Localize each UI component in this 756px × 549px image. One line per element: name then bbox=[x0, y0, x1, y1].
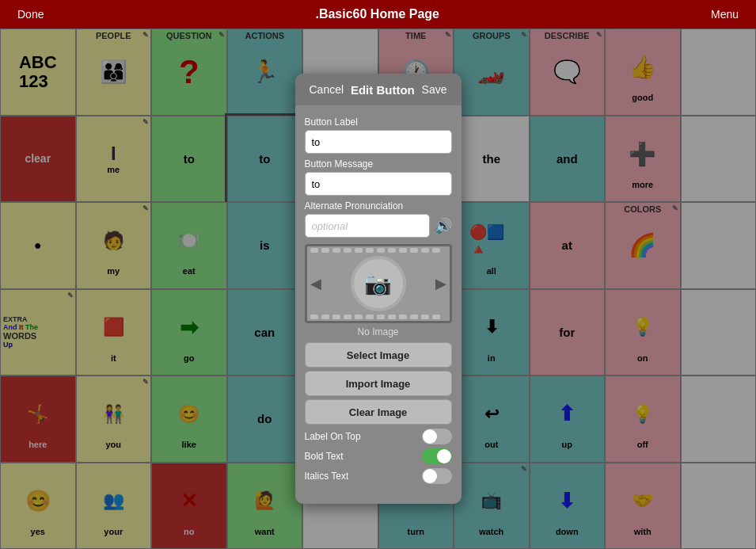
clear-image-button[interactable]: Clear Image bbox=[305, 399, 452, 425]
toggle-knob bbox=[423, 429, 437, 444]
select-image-button[interactable]: Select Image bbox=[305, 342, 452, 368]
perf-hole bbox=[321, 315, 329, 319]
label-on-top-toggle[interactable] bbox=[422, 429, 452, 444]
image-filmstrip: ◀ 📷 ▶ bbox=[305, 244, 452, 323]
done-button[interactable]: Done bbox=[13, 6, 48, 22]
modal-title: Edit Button bbox=[348, 83, 416, 97]
bold-text-label: Bold Text bbox=[305, 451, 344, 462]
perf-hole bbox=[377, 315, 385, 319]
label-on-top-row: Label On Top bbox=[305, 429, 452, 444]
perf-hole bbox=[399, 315, 407, 319]
perf-hole bbox=[344, 248, 351, 253]
perf-hole bbox=[355, 248, 363, 253]
bold-text-row: Bold Text bbox=[305, 448, 452, 464]
modal-overlay: Cancel Edit Button Save Button Label But… bbox=[0, 29, 756, 549]
film-perforations-top bbox=[307, 246, 450, 254]
perf-hole bbox=[377, 248, 385, 253]
top-bar: Done .Basic60 Home Page Menu bbox=[0, 0, 756, 29]
perf-hole bbox=[432, 315, 440, 319]
perf-hole bbox=[432, 248, 440, 253]
toggle-knob bbox=[423, 469, 437, 483]
label-on-top-label: Label On Top bbox=[305, 431, 361, 442]
speaker-icon[interactable]: 🔊 bbox=[435, 217, 452, 234]
prev-image-arrow[interactable]: ◀ bbox=[310, 275, 321, 292]
pronunciation-row: 🔊 bbox=[305, 214, 452, 238]
perf-hole bbox=[310, 315, 318, 319]
perf-hole bbox=[421, 315, 429, 319]
italics-text-label: Italics Text bbox=[305, 471, 349, 482]
save-button[interactable]: Save bbox=[417, 82, 452, 97]
button-message-input[interactable] bbox=[305, 172, 452, 196]
perf-hole bbox=[344, 315, 351, 319]
perf-hole bbox=[388, 248, 396, 253]
perf-hole bbox=[388, 315, 396, 319]
modal-header: Cancel Edit Button Save bbox=[295, 74, 462, 105]
perf-hole bbox=[410, 315, 418, 319]
italics-text-toggle[interactable] bbox=[422, 468, 452, 484]
menu-button[interactable]: Menu bbox=[706, 6, 743, 22]
perf-hole bbox=[399, 248, 407, 253]
app-title: .Basic60 Home Page bbox=[315, 7, 439, 21]
perf-hole bbox=[332, 315, 340, 319]
modal-body: Button Label Button Message Alternate Pr… bbox=[295, 105, 462, 494]
button-label-input[interactable] bbox=[305, 130, 452, 154]
no-image-icon: 📷 bbox=[364, 271, 392, 297]
bold-text-toggle[interactable] bbox=[422, 448, 452, 464]
button-message-field-label: Button Message bbox=[305, 158, 452, 170]
edit-button-modal: Cancel Edit Button Save Button Label But… bbox=[295, 74, 462, 504]
alt-pronunciation-field-label: Alternate Pronunciation bbox=[305, 200, 452, 212]
no-image-label: No Image bbox=[305, 326, 452, 337]
alt-pronunciation-input[interactable] bbox=[305, 214, 430, 238]
perf-hole bbox=[366, 315, 374, 319]
perf-hole bbox=[321, 248, 329, 253]
cancel-button[interactable]: Cancel bbox=[305, 82, 349, 97]
button-label-field-label: Button Label bbox=[305, 116, 452, 128]
italics-text-row: Italics Text bbox=[305, 468, 452, 484]
perf-hole bbox=[332, 248, 340, 253]
toggle-knob bbox=[437, 449, 451, 463]
perf-hole bbox=[410, 248, 418, 253]
perf-hole bbox=[310, 248, 318, 253]
next-image-arrow[interactable]: ▶ bbox=[435, 275, 446, 292]
perf-hole bbox=[355, 315, 363, 319]
no-image-placeholder: 📷 bbox=[351, 256, 406, 311]
perf-hole bbox=[421, 248, 429, 253]
film-perforations-bottom bbox=[307, 313, 450, 321]
import-image-button[interactable]: Import Image bbox=[305, 371, 452, 396]
perf-hole bbox=[366, 248, 374, 253]
symbol-grid: ABC123 PEOPLE 👨‍👩‍👦 ✎ QUESTION ? ✎ ACTIO… bbox=[0, 29, 756, 549]
